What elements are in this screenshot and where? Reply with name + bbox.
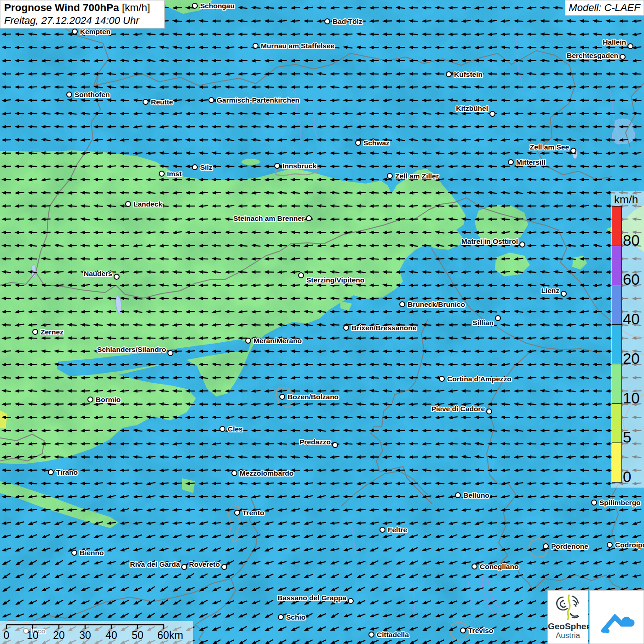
- legend-tick-label: 10: [623, 391, 640, 406]
- legend-tick-label: 60: [623, 272, 640, 288]
- legend-swatch: [612, 206, 622, 246]
- legend-tick-label: 5: [623, 430, 631, 445]
- legend-unit-label: km/h: [614, 193, 638, 206]
- forecast-title-main: Prognose Wind 700hPa: [4, 2, 119, 13]
- forecast-title-unit: [km/h]: [119, 2, 150, 13]
- model-box: Modell: C-LAEF: [565, 0, 644, 16]
- geosphere-logo-box: GeoSphere Austria: [547, 590, 588, 644]
- forecast-title-box: Prognose Wind 700hPa [km/h] Freitag, 27.…: [0, 0, 165, 29]
- legend-swatch: [612, 403, 622, 443]
- partner-logo-box: [589, 590, 644, 644]
- legend-tick-label: 40: [623, 311, 640, 327]
- geosphere-country: Austria: [548, 631, 588, 640]
- geosphere-logo-icon: [554, 593, 582, 620]
- scale-tick-label: 40: [105, 629, 117, 642]
- forecast-datetime: Freitag, 27.12.2024 14:00 Uhr: [4, 15, 161, 27]
- wind-speed-legend: km/h 806040201050: [611, 191, 644, 488]
- legend-swatch: [612, 443, 622, 483]
- legend-tick-label: 0: [623, 469, 631, 485]
- weather-map-screenshot: SchongauBad TölzKemptenMurnau am Staffel…: [0, 0, 644, 644]
- legend-swatch: [612, 324, 622, 364]
- scale-tick-label: 0: [4, 629, 10, 642]
- scale-tick-label: 60km: [157, 629, 183, 642]
- geosphere-name: GeoSphere: [548, 622, 588, 631]
- scale-tick-label: 50: [132, 629, 144, 642]
- scale-tick-label: 10: [27, 629, 39, 642]
- legend-tick-label: 80: [623, 233, 640, 248]
- legend-tick-label: 20: [623, 351, 640, 367]
- legend-swatch: [612, 364, 622, 404]
- legend-swatch: [612, 246, 622, 286]
- legend-swatch: [612, 285, 622, 325]
- scale-tick-label: 20: [53, 629, 65, 642]
- scale-bar: 0102030405060km: [0, 621, 193, 644]
- mountain-cloud-icon: [597, 597, 637, 638]
- map-canvas: [0, 0, 644, 644]
- forecast-title: Prognose Wind 700hPa [km/h]: [4, 2, 161, 14]
- model-label: Modell: C-LAEF: [569, 2, 640, 14]
- scale-tick-label: 30: [79, 629, 91, 642]
